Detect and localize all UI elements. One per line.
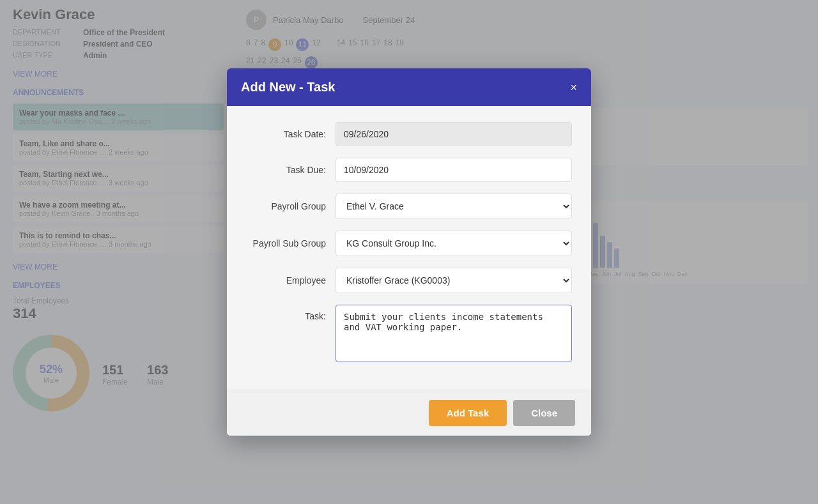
task-due-label: Task Due: [246, 165, 336, 175]
payroll-group-select[interactable]: Ethel V. Grace Kevin Grace Patricia May … [336, 194, 572, 219]
employee-select[interactable]: Kristoffer Grace (KG0003) Ethel Grace Ke… [336, 268, 572, 293]
modal-header: Add New - Task × [227, 68, 591, 106]
task-date-row: Task Date: [246, 122, 572, 146]
task-due-input[interactable] [336, 158, 572, 182]
modal-body: Task Date: Task Due: Payroll Group Ethel… [227, 106, 591, 390]
close-button[interactable]: Close [513, 400, 575, 426]
task-date-input[interactable] [336, 122, 572, 146]
task-textarea[interactable]: Submit your clients income statements an… [336, 305, 572, 362]
payroll-group-label: Payroll Group [246, 201, 336, 211]
task-date-label: Task Date: [246, 129, 336, 139]
employee-label: Employee [246, 275, 336, 286]
payroll-sub-group-row: Payroll Sub Group KG Consult Group Inc. … [246, 231, 572, 256]
modal-footer: Add Task Close [227, 390, 591, 436]
modal-close-button[interactable]: × [570, 82, 577, 93]
add-task-button[interactable]: Add Task [429, 400, 507, 426]
employee-row: Employee Kristoffer Grace (KG0003) Ethel… [246, 268, 572, 293]
task-due-row: Task Due: [246, 158, 572, 182]
task-row: Task: Submit your clients income stateme… [246, 305, 572, 362]
modal-overlay: Add New - Task × Task Date: Task Due: Pa… [0, 0, 818, 504]
payroll-sub-group-label: Payroll Sub Group [246, 238, 336, 248]
add-task-modal: Add New - Task × Task Date: Task Due: Pa… [227, 68, 591, 436]
modal-title: Add New - Task [241, 80, 335, 95]
payroll-sub-group-select[interactable]: KG Consult Group Inc. Other Group [336, 231, 572, 256]
task-label: Task: [246, 305, 336, 321]
payroll-group-row: Payroll Group Ethel V. Grace Kevin Grace… [246, 194, 572, 219]
